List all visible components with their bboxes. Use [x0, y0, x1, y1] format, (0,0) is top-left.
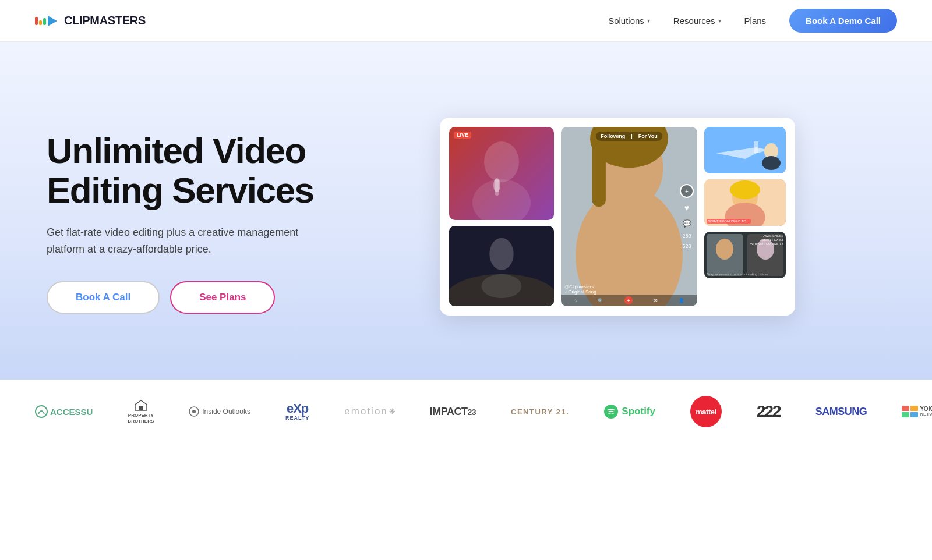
svg-point-28 [716, 239, 733, 260]
svg-rect-18 [754, 141, 758, 153]
svg-point-7 [493, 178, 500, 192]
logo-spotify: Spotify [604, 396, 655, 427]
like-icon: ♥ [684, 203, 689, 213]
property-icon [132, 399, 150, 412]
svg-point-11 [482, 274, 522, 298]
logos-track: ACCESSU PROPERTYBROTHERS Inside Out [35, 396, 897, 427]
svg-point-34 [192, 410, 196, 413]
svg-rect-0 [35, 17, 38, 25]
inside-icon [189, 406, 199, 417]
svg-rect-32 [139, 406, 143, 410]
hero-section: Unlimited Video Editing Services Get fla… [0, 42, 932, 380]
logo-inside-outlooks: Inside Outlooks [189, 396, 250, 427]
foryou-tab: For You [638, 133, 658, 139]
svg-marker-3 [48, 16, 57, 26]
video-col-1: LIVE [449, 127, 554, 306]
comment-icon: 💬 [683, 218, 691, 228]
svg-point-4 [484, 141, 519, 182]
thumb-stage [449, 226, 554, 306]
tiktok-actions: + ♥ 💬 250 520 [680, 184, 694, 249]
nav-plans[interactable]: Plans [744, 16, 767, 26]
tiktok-username: @Clipmasters ♪ Original Song [564, 284, 674, 295]
woman-svg [561, 127, 697, 306]
logo-exp: eXp REALTY [285, 396, 309, 427]
live-badge: LIVE [454, 132, 471, 139]
accessu-icon [35, 405, 48, 418]
svg-point-5 [472, 179, 531, 220]
video-col-2: Following | For You [561, 127, 697, 306]
thumb-main-woman: Following | For You [561, 127, 697, 306]
svg-rect-38 [902, 412, 909, 417]
count-520: 520 [682, 243, 691, 249]
svg-point-10 [489, 238, 513, 270]
spotify-icon [604, 405, 618, 419]
hero-buttons: Book A Call See Plans [47, 281, 350, 314]
went-zero-label: WENT FROM ZERO TO... [707, 219, 751, 224]
thumb-plane [704, 127, 786, 173]
video-col-3: WENT FROM ZERO TO... AWARENESSDOESN'T EX… [704, 127, 786, 306]
nav-resources[interactable]: Resources ▾ [673, 16, 721, 26]
following-tab: Following [601, 133, 625, 139]
resources-chevron: ▾ [718, 17, 721, 24]
thumb-podcast: LIVE [449, 127, 554, 220]
logos-section: ACCESSU PROPERTYBROTHERS Inside Out [0, 380, 932, 443]
svg-rect-1 [39, 20, 42, 25]
hero-left: Unlimited Video Editing Services Get fla… [47, 119, 350, 314]
logo-century21: CENTURY 21. [511, 396, 569, 427]
divider: | [631, 133, 633, 139]
solutions-chevron: ▾ [647, 17, 650, 24]
svg-rect-39 [910, 412, 918, 417]
hero-subtitle: Get flat-rate video editing plus a creat… [47, 224, 303, 258]
brand-name: CLIPMASTERS [64, 14, 146, 27]
logo-emotion: emotion ✳ [344, 396, 394, 427]
svg-point-20 [762, 156, 781, 170]
hero-title: Unlimited Video Editing Services [47, 131, 350, 210]
logo-samsung: SAMSUNG [816, 396, 867, 427]
logo-222: 222 [757, 396, 781, 427]
navbar: CLIPMASTERS Solutions ▾ Resources ▾ Plan… [0, 0, 932, 42]
tiktok-tabs: Following | For You [596, 132, 662, 141]
thumb-awareness: AWARENESSDOESN'T EXISTWITHOUT CURIOSITY … [704, 232, 786, 278]
see-plans-button[interactable]: See Plans [170, 281, 275, 314]
nav-solutions[interactable]: Solutions ▾ [608, 16, 650, 26]
book-call-button[interactable]: Book A Call [47, 281, 160, 314]
tiktok-nav: ⌂ 🔍 + ✉ 👤 [561, 295, 697, 306]
logo[interactable]: CLIPMASTERS [35, 12, 146, 30]
awareness-subtext: Okay, awareness to us is about making ch… [707, 272, 783, 277]
logo-mattel: mattel [690, 396, 722, 427]
yoke-icon [902, 406, 918, 417]
book-demo-button[interactable]: Book A Demo Call [789, 9, 897, 33]
nav-links: Solutions ▾ Resources ▾ Plans Book A Dem… [608, 9, 897, 33]
logo-icon [35, 12, 59, 30]
svg-rect-2 [43, 18, 46, 25]
logo-accessu: ACCESSU [35, 396, 93, 427]
logo-property: PROPERTYBROTHERS [128, 396, 154, 427]
awareness-text: AWARENESSDOESN'T EXISTWITHOUT CURIOSITY [750, 234, 783, 246]
logo-impact23: IMPACT23 [430, 396, 476, 427]
hero-right: LIVE [350, 83, 885, 350]
avatar-icon: + [680, 184, 694, 198]
video-grid: LIVE [440, 118, 795, 316]
logo-yoke: YOKE NETW... [902, 396, 932, 427]
svg-rect-37 [910, 406, 918, 411]
svg-rect-36 [902, 406, 909, 411]
count-250: 250 [682, 233, 691, 239]
thumb-blonde: WENT FROM ZERO TO... [704, 179, 786, 226]
svg-point-24 [730, 180, 760, 199]
